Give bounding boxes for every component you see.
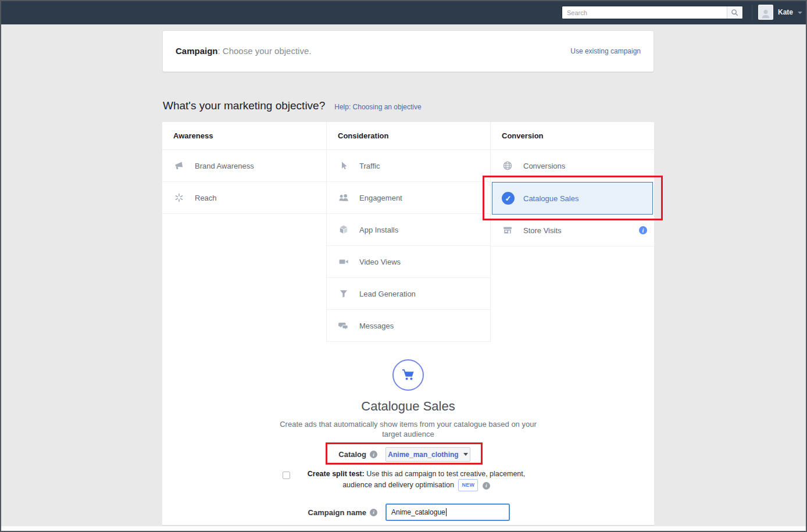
campaign-name-label-group: Campaign name i bbox=[267, 504, 377, 521]
search-box bbox=[562, 6, 743, 19]
top-navigation-bar: Kate bbox=[0, 0, 807, 24]
objective-label: Catalogue Sales bbox=[523, 194, 579, 203]
objective-messages[interactable]: Messages bbox=[327, 310, 490, 342]
marketing-objective-question: What's your marketing objective? bbox=[163, 99, 325, 112]
help-choosing-objective-link[interactable]: Help: Choosing an objective bbox=[334, 103, 421, 111]
shopping-cart-icon bbox=[400, 367, 416, 383]
bottom-strip bbox=[1, 526, 806, 531]
objective-lead-generation[interactable]: Lead Generation bbox=[327, 278, 490, 310]
search-input[interactable] bbox=[562, 6, 727, 19]
catalog-dropdown-value: Anime_man_clothing bbox=[388, 451, 458, 459]
cursor-icon bbox=[338, 160, 349, 172]
catalog-dropdown[interactable]: Anime_man_clothing bbox=[385, 447, 470, 462]
catalog-label-group: Catalog i bbox=[296, 447, 377, 462]
column-header-awareness: Awareness bbox=[162, 122, 326, 150]
objective-label: Messages bbox=[359, 322, 394, 330]
objective-brand-awareness[interactable]: Brand Awareness bbox=[162, 150, 326, 182]
person-icon bbox=[760, 8, 772, 19]
split-test-label: Create split test: bbox=[308, 470, 365, 478]
chat-bubbles-icon bbox=[338, 320, 349, 331]
globe-icon bbox=[502, 160, 513, 172]
people-icon bbox=[338, 192, 349, 203]
objective-label: Engagement bbox=[359, 194, 402, 202]
objective-label: App Installs bbox=[359, 226, 398, 234]
objective-label: Reach bbox=[195, 194, 217, 202]
column-consideration: Consideration Traffic Engagement bbox=[326, 122, 490, 342]
chevron-down-icon[interactable] bbox=[798, 12, 802, 14]
ads-manager-page: Kate Campaign: Choose your objective. Us… bbox=[0, 0, 807, 532]
objective-conversions[interactable]: Conversions bbox=[491, 150, 654, 182]
reach-icon bbox=[173, 192, 185, 203]
objective-traffic[interactable]: Traffic bbox=[327, 150, 490, 182]
objective-label: Video Views bbox=[359, 258, 401, 266]
user-menu: Kate bbox=[752, 0, 802, 24]
storefront-icon bbox=[502, 224, 513, 236]
objective-table: Awareness Brand Awareness bbox=[162, 122, 654, 342]
split-test-text: Create split test: Use this ad campaign … bbox=[300, 469, 533, 491]
column-awareness: Awareness Brand Awareness bbox=[162, 122, 326, 342]
info-icon[interactable]: i bbox=[639, 226, 647, 234]
column-header-consideration: Consideration bbox=[327, 122, 490, 150]
column-conversion: Conversion Conversions ✓ Catalogue Sales bbox=[490, 122, 654, 342]
objective-catalogue-sales-selected[interactable]: ✓ Catalogue Sales bbox=[492, 182, 653, 215]
objective-reach[interactable]: Reach bbox=[162, 182, 326, 214]
user-name[interactable]: Kate bbox=[778, 8, 793, 16]
cart-circle bbox=[392, 359, 424, 391]
objective-store-visits[interactable]: Store Visits i bbox=[491, 215, 654, 247]
objective-engagement[interactable]: Engagement bbox=[327, 182, 490, 214]
catalog-label: Catalog bbox=[338, 450, 366, 459]
search-icon bbox=[730, 8, 740, 17]
objective-label: Traffic bbox=[359, 162, 380, 170]
detail-description: Create ads that automatically show items… bbox=[272, 419, 545, 439]
avatar[interactable] bbox=[758, 5, 773, 20]
campaign-step-title: Campaign: Choose your objective. bbox=[176, 46, 311, 56]
campaign-label: Campaign bbox=[176, 46, 218, 56]
topbar-divider bbox=[752, 5, 752, 20]
megaphone-icon bbox=[173, 160, 185, 172]
objective-label: Brand Awareness bbox=[195, 162, 254, 170]
info-icon[interactable]: i bbox=[370, 509, 377, 516]
detail-title: Catalogue Sales bbox=[162, 399, 654, 414]
column-header-conversion: Conversion bbox=[491, 122, 654, 150]
new-badge: NEW bbox=[458, 479, 478, 491]
catalogue-sales-detail: Catalogue Sales Create ads that automati… bbox=[162, 342, 654, 526]
campaign-subtitle: : Choose your objective. bbox=[218, 46, 312, 56]
objective-heading: What's your marketing objective? Help: C… bbox=[163, 99, 422, 112]
objective-label: Lead Generation bbox=[359, 290, 416, 298]
use-existing-campaign-link[interactable]: Use existing campaign bbox=[570, 47, 641, 55]
search-button[interactable] bbox=[727, 6, 742, 19]
campaign-name-label: Campaign name bbox=[308, 508, 366, 517]
funnel-icon bbox=[338, 288, 349, 299]
campaign-name-value: Anime_catalogue bbox=[391, 508, 445, 516]
split-test-description: Use this ad campaign to test creative, p… bbox=[342, 470, 525, 489]
check-circle-icon: ✓ bbox=[502, 192, 515, 205]
chevron-down-icon bbox=[463, 453, 468, 456]
split-test-checkbox[interactable] bbox=[283, 472, 290, 479]
campaign-header-card: Campaign: Choose your objective. Use exi… bbox=[162, 30, 654, 72]
text-cursor bbox=[446, 508, 447, 516]
objective-label: Store Visits bbox=[523, 226, 562, 235]
objective-label: Conversions bbox=[523, 162, 565, 170]
info-icon[interactable]: i bbox=[370, 451, 377, 458]
info-icon[interactable]: i bbox=[483, 482, 490, 490]
cube-icon bbox=[338, 224, 349, 235]
campaign-name-input[interactable]: Anime_catalogue bbox=[385, 504, 510, 521]
objective-panel: Awareness Brand Awareness bbox=[162, 122, 654, 526]
objective-video-views[interactable]: Video Views bbox=[327, 246, 490, 278]
video-camera-icon bbox=[338, 256, 349, 267]
objective-app-installs[interactable]: App Installs bbox=[327, 214, 490, 246]
